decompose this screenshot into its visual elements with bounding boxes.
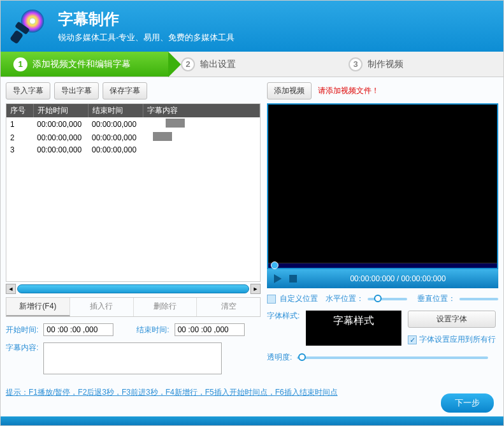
custom-position-label: 自定义位置	[280, 293, 318, 304]
col-content: 字幕内容	[143, 104, 260, 117]
start-time-input[interactable]	[43, 323, 113, 336]
import-subtitle-button[interactable]: 导入字幕	[6, 82, 50, 99]
add-video-button[interactable]: 添加视频	[267, 82, 312, 99]
step-3[interactable]: 3 制作视频	[336, 52, 503, 77]
apply-all-label: 字体设置应用到所有行	[419, 334, 496, 345]
svg-point-1	[30, 18, 35, 24]
table-row[interactable]: 3 00:00:00,000 00:00:00,000	[6, 144, 260, 156]
content-label: 字幕内容:	[6, 342, 38, 353]
clear-button[interactable]: 清空	[197, 298, 260, 316]
stop-icon[interactable]	[287, 273, 299, 284]
horizontal-scrollbar[interactable]: ◄ ►	[6, 283, 261, 295]
video-timeline[interactable]	[268, 263, 497, 268]
video-preview	[267, 103, 498, 269]
font-style-label: 字体样式:	[267, 311, 299, 321]
play-icon[interactable]	[272, 273, 284, 284]
vpos-label: 垂直位置：	[417, 293, 456, 304]
slider-thumb-icon[interactable]	[374, 295, 382, 302]
step-1-num: 1	[13, 57, 27, 71]
subtitle-block-icon	[153, 132, 172, 141]
svg-marker-4	[274, 274, 282, 283]
svg-rect-5	[289, 275, 297, 283]
video-warning-text: 请添加视频文件！	[318, 85, 379, 96]
font-style-preview: 字幕样式	[306, 311, 401, 346]
playhead-icon[interactable]	[271, 261, 278, 269]
next-button[interactable]: 下一步	[441, 393, 494, 413]
hpos-slider[interactable]	[368, 298, 407, 300]
col-seq: 序号	[6, 104, 33, 117]
end-time-input[interactable]	[175, 323, 245, 336]
hpos-label: 水平位置：	[326, 293, 364, 304]
app-title: 字幕制作	[58, 9, 234, 29]
time-display: 00:00:00:000 / 00:00:00:000	[350, 274, 445, 283]
opacity-slider[interactable]	[297, 356, 488, 359]
end-time-label: 结束时间:	[136, 325, 169, 335]
wizard-steps: 1 添加视频文件和编辑字幕 2 输出设置 3 制作视频	[1, 52, 503, 77]
footer-bar	[1, 416, 503, 425]
save-subtitle-button[interactable]: 保存字幕	[103, 82, 147, 99]
opacity-label: 透明度:	[267, 352, 292, 363]
insert-row-button[interactable]: 插入行	[70, 298, 134, 316]
apply-all-checkbox[interactable]	[408, 335, 417, 344]
vpos-slider[interactable]	[459, 298, 499, 300]
export-subtitle-button[interactable]: 导出字幕	[54, 82, 99, 99]
step-3-label: 制作视频	[368, 59, 403, 70]
step-2[interactable]: 2 输出设置	[168, 52, 336, 77]
step-1-label: 添加视频文件和编辑字幕	[32, 59, 131, 70]
scroll-track[interactable]	[17, 284, 249, 293]
svg-rect-3	[10, 30, 24, 45]
set-font-button[interactable]: 设置字体	[408, 311, 496, 328]
app-header: 字幕制作 锐动多媒体工具-专业、易用、免费的多媒体工具	[1, 1, 503, 52]
video-controls: 00:00:00:000 / 00:00:00:000	[267, 269, 498, 288]
new-row-button[interactable]: 新增行(F4)	[6, 298, 70, 316]
delete-row-button[interactable]: 删除行	[134, 298, 198, 316]
app-logo-icon	[10, 7, 48, 45]
col-end: 结束时间	[88, 104, 143, 117]
slider-thumb-icon[interactable]	[298, 353, 306, 361]
subtitle-content-input[interactable]	[43, 342, 222, 374]
subtitle-block-icon	[166, 119, 185, 128]
step-1[interactable]: 1 添加视频文件和编辑字幕	[1, 52, 168, 77]
step-2-num: 2	[181, 57, 195, 71]
custom-position-checkbox[interactable]	[267, 295, 276, 304]
hint-text: 提示：F1播放/暂停，F2后退3秒，F3前进3秒，F4新增行，F5插入开始时间点…	[6, 387, 498, 398]
app-subtitle: 锐动多媒体工具-专业、易用、免费的多媒体工具	[58, 32, 234, 43]
col-start: 开始时间	[33, 104, 88, 117]
subtitle-table: 序号 开始时间 结束时间 字幕内容 1 00:00:00,000 00:00:0…	[6, 103, 261, 282]
step-3-num: 3	[349, 57, 363, 71]
scroll-left-icon[interactable]: ◄	[6, 284, 16, 294]
table-row[interactable]: 2 00:00:00,000 00:00:00,000	[6, 131, 260, 144]
scroll-right-icon[interactable]: ►	[250, 284, 261, 294]
step-2-label: 输出设置	[200, 59, 236, 70]
table-row[interactable]: 1 00:00:00,000 00:00:00,000	[6, 117, 260, 131]
start-time-label: 开始时间:	[6, 325, 38, 335]
